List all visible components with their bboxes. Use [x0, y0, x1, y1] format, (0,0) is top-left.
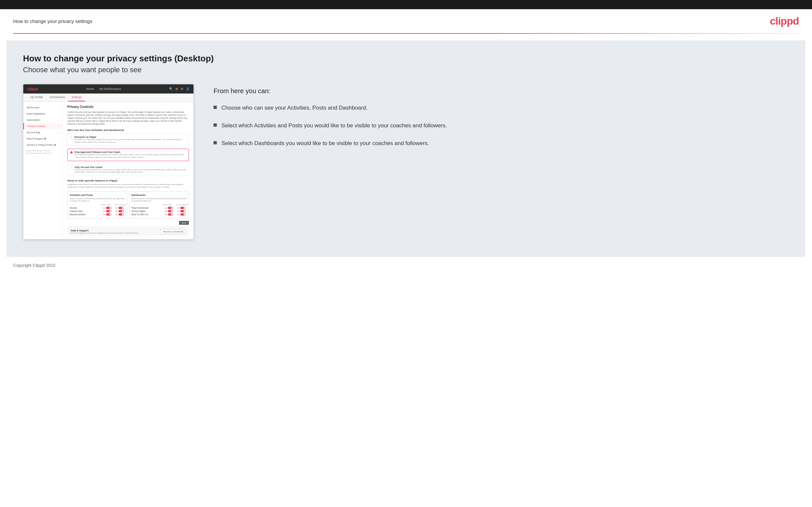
bullet-list: Choose who can see your Activities, Post… — [213, 104, 789, 147]
header-divider — [13, 33, 799, 34]
toggle-row-rounds: Rounds ON ON — [70, 207, 125, 209]
chevron-right-icon: › — [58, 119, 59, 121]
nav-my-performance: My Performance — [99, 87, 121, 91]
app-body: My Account › Data Integrations › Subscri… — [23, 102, 194, 239]
toggle-row-player-dashboard: Player Dashboard ON ON — [132, 207, 187, 209]
app-sidebar: My Account › Data Integrations › Subscri… — [23, 102, 63, 239]
version-info: Clippd Client Version: 2022.8.2SQL Serve… — [23, 148, 62, 156]
app-topbar: clippd Home My Performance 🔍 ⊞ ⚙ 👤 — [23, 84, 194, 94]
footer: Copyright Clippd 2022 — [0, 257, 812, 273]
activities-posts-box: Activities and Posts Select the types of… — [67, 191, 127, 219]
radio-dot-everyone — [70, 136, 72, 138]
insights-followers-toggle[interactable]: ON — [176, 210, 187, 212]
practice-coaches-toggle[interactable]: ON — [102, 210, 112, 212]
visit-community-button[interactable]: Visit Our Community ⊠ — [160, 229, 186, 234]
settings-icon: ⚙ — [181, 87, 183, 91]
app-panel: Privacy Controls Control how you and you… — [63, 102, 194, 239]
top-bar — [0, 0, 812, 9]
bullet-item-2: Select which Activities and Posts you wo… — [213, 122, 789, 130]
page-heading: How to change your privacy settings (Des… — [23, 54, 789, 64]
help-support-desc: Visit our Clippd community to troublesho… — [70, 232, 139, 234]
copyright: Copyright Clippd 2022 — [13, 263, 55, 268]
save-button[interactable]: Save — [179, 221, 189, 225]
info-panel: From here you can: Choose who can see yo… — [213, 84, 789, 147]
bullet-square-2 — [213, 123, 217, 127]
radio-dot-followers — [70, 151, 72, 154]
sidebar-item-subscription[interactable]: Subscription › — [23, 117, 62, 123]
workOn-followers-toggle[interactable]: ON — [176, 213, 187, 216]
manual-followers-toggle[interactable]: ON — [114, 213, 125, 216]
app-topbar-icons: 🔍 ⊞ ⚙ 👤 — [169, 87, 190, 91]
page-subheading: Choose what you want people to see — [23, 66, 789, 74]
bullet-text-3: Select which Dashboards you would like t… — [221, 139, 429, 147]
manual-coaches-toggle[interactable]: ON — [102, 213, 112, 216]
tab-connections[interactable]: Connections — [46, 94, 68, 101]
tab-my-profile[interactable]: My Profile — [27, 94, 46, 101]
app-nav: Home My Performance — [86, 87, 121, 91]
radio-followers-coach[interactable]: Only Approved Followers and Your Coach O… — [67, 149, 189, 161]
info-heading: From here you can: — [213, 87, 789, 95]
sidebar-item-help-support[interactable]: Help & Support ⊠ — [23, 135, 62, 142]
toggle-row-round-insights: Round Insights ON ON — [132, 210, 187, 212]
app-screenshot: clippd Home My Performance 🔍 ⊞ ⚙ 👤 My Pr… — [23, 84, 194, 239]
radio-everyone[interactable]: Everyone on Clippd Everyone on Clippd ca… — [67, 133, 189, 146]
show-hide-section: Show or hide specific features in Clippd… — [67, 179, 189, 225]
chevron-right-icon: › — [58, 131, 59, 133]
player-coaches-toggle[interactable]: ON — [164, 207, 174, 209]
logo: clippd — [770, 15, 799, 27]
bullet-square-3 — [213, 141, 217, 145]
main-content: How to change your privacy settings (Des… — [7, 40, 805, 257]
radio-only-you-coach[interactable]: Only You and Your Coach Only you and the… — [67, 164, 189, 176]
workOn-coaches-toggle[interactable]: ON — [164, 213, 174, 216]
chevron-right-icon: › — [58, 125, 59, 127]
player-followers-toggle[interactable]: ON — [176, 207, 187, 209]
chevron-right-icon: › — [58, 113, 59, 115]
help-support-bar: Help & Support Visit our Clippd communit… — [67, 227, 189, 236]
bullet-item-1: Choose who can see your Activities, Post… — [213, 104, 789, 112]
tab-settings[interactable]: Settings — [68, 94, 85, 101]
bullet-text-2: Select which Activities and Posts you wo… — [221, 122, 447, 130]
help-support-title: Help & Support — [70, 229, 139, 232]
nav-home: Home — [86, 87, 94, 91]
bullet-item-3: Select which Dashboards you would like t… — [213, 139, 789, 147]
rounds-followers-toggle[interactable]: ON — [114, 207, 125, 209]
header: How to change your privacy settings clip… — [0, 9, 812, 33]
toggles-row: Activities and Posts Select the types of… — [67, 191, 189, 219]
insights-coaches-toggle[interactable]: ON — [164, 210, 174, 212]
panel-title: Privacy Controls — [67, 105, 189, 109]
show-hide-desc: Regardless of the privacy controls that … — [67, 183, 189, 189]
rounds-coaches-toggle[interactable]: ON — [102, 207, 112, 209]
page-title: How to change your privacy settings — [13, 18, 92, 24]
bullet-text-1: Choose who can see your Activities, Post… — [221, 104, 367, 112]
app-tabs: My Profile Connections Settings — [23, 94, 194, 102]
radio-dot-only-you — [70, 166, 72, 169]
bullet-square-1 — [213, 106, 217, 109]
sidebar-item-privacy-controls[interactable]: Privacy Controls › — [23, 123, 62, 129]
search-icon: 🔍 — [169, 87, 173, 91]
panel-desc: Control how you and your data appears to… — [67, 111, 189, 125]
toggle-row-what-to-work-on: What To Work On ON ON — [132, 213, 187, 216]
who-can-see-heading: Who Can See Your Activities and Dashboar… — [67, 129, 189, 131]
app-logo: clippd — [27, 87, 38, 91]
user-icon: 👤 — [186, 87, 190, 91]
toggle-row-manual: Manual Activities ON ON — [70, 213, 125, 216]
dashboards-box: Dashboards Select the types of activity … — [129, 191, 189, 219]
sidebar-item-service-privacy[interactable]: Service & Privacy Policy ⊠ — [23, 142, 62, 148]
grid-icon: ⊞ — [175, 87, 178, 91]
chevron-right-icon: › — [58, 106, 59, 109]
sidebar-item-my-account[interactable]: My Account › — [23, 104, 62, 111]
show-hide-title: Show or hide specific features in Clippd — [67, 179, 189, 182]
sidebar-item-my-golf-bag[interactable]: My Golf Bag › — [23, 129, 62, 135]
toggle-row-practice: Practice Drills ON ON — [70, 210, 125, 212]
sidebar-item-data-integrations[interactable]: Data Integrations › — [23, 111, 62, 117]
content-row: clippd Home My Performance 🔍 ⊞ ⚙ 👤 My Pr… — [23, 84, 789, 239]
practice-followers-toggle[interactable]: ON — [114, 210, 125, 212]
